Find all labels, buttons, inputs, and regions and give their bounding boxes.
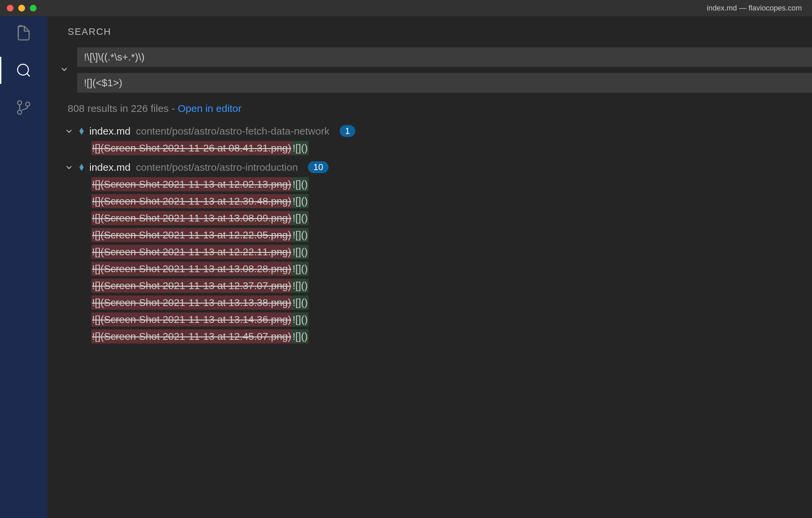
search-panel: SEARCH 808 results in 226 files - Open i…	[47, 16, 812, 518]
open-in-editor-link[interactable]: Open in editor	[178, 103, 241, 114]
file-header[interactable]: index.md content/post/astro/astro-introd…	[58, 159, 802, 176]
match-line[interactable]: ![](Screen Shot 2021-11-13 at 12.22.05.p…	[58, 227, 802, 243]
file-group: index.md content/post/astro/astro-introd…	[58, 159, 802, 345]
git-branch-icon	[16, 99, 32, 116]
match-removed: ![](Screen Shot 2021-11-13 at 13.14.36.p…	[91, 312, 292, 327]
svg-point-4	[26, 102, 30, 106]
results-tree[interactable]: index.md content/post/astro/astro-fetch-…	[47, 122, 812, 518]
window-title: index.md — flaviocopes.com	[707, 4, 802, 13]
results-summary: 808 results in 226 files - Open in edito…	[47, 103, 812, 122]
match-line[interactable]: ![](Screen Shot 2021-11-13 at 13.08.09.p…	[58, 210, 802, 227]
close-button[interactable]	[7, 5, 14, 11]
panel-title: SEARCH	[47, 26, 812, 47]
window-controls	[7, 5, 37, 11]
match-added: ![]()	[292, 312, 309, 327]
match-removed: ![](Screen Shot 2021-11-13 at 13.08.28.p…	[91, 262, 292, 276]
markdown-file-icon	[77, 163, 86, 172]
titlebar: index.md — flaviocopes.com	[0, 0, 812, 16]
match-line[interactable]: ![](Screen Shot 2021-11-13 at 12.45.07.p…	[58, 328, 802, 345]
svg-point-0	[18, 64, 28, 75]
match-added: ![]()	[292, 194, 309, 208]
match-line[interactable]: ![](Screen Shot 2021-11-26 at 08.41.31.p…	[58, 140, 802, 157]
match-added: ![]()	[292, 262, 309, 276]
match-count-badge: 1	[340, 125, 355, 137]
match-removed: ![](Screen Shot 2021-11-13 at 12.22.11.p…	[91, 245, 292, 259]
match-removed: ![](Screen Shot 2021-11-13 at 13.08.09.p…	[91, 211, 292, 225]
match-added: ![]()	[292, 329, 309, 344]
svg-point-2	[18, 101, 22, 105]
match-removed: ![](Screen Shot 2021-11-13 at 12.02.13.p…	[91, 177, 292, 191]
file-name: index.md	[89, 162, 131, 173]
match-line[interactable]: ![](Screen Shot 2021-11-13 at 13.08.28.p…	[58, 260, 802, 277]
match-added: ![]()	[292, 211, 309, 225]
svg-line-1	[27, 73, 30, 76]
search-tab[interactable]	[14, 60, 34, 80]
file-group: index.md content/post/astro/astro-fetch-…	[58, 122, 802, 157]
svg-point-3	[18, 110, 22, 114]
match-line[interactable]: ![](Screen Shot 2021-11-13 at 12.37.07.p…	[58, 277, 802, 294]
search-input[interactable]	[77, 47, 812, 67]
files-icon	[16, 25, 32, 41]
markdown-file-icon	[77, 127, 86, 136]
match-added: ![]()	[292, 279, 309, 293]
match-removed: ![](Screen Shot 2021-11-13 at 12.45.07.p…	[91, 329, 292, 344]
file-name: index.md	[89, 125, 131, 137]
explorer-tab[interactable]	[14, 23, 34, 43]
match-added: ![]()	[292, 141, 309, 155]
match-removed: ![](Screen Shot 2021-11-13 at 12.22.05.p…	[91, 228, 292, 242]
match-removed: ![](Screen Shot 2021-11-13 at 12.37.07.p…	[91, 279, 292, 293]
maximize-button[interactable]	[30, 5, 37, 11]
match-line[interactable]: ![](Screen Shot 2021-11-13 at 12.02.13.p…	[58, 176, 802, 193]
chevron-down-icon	[64, 126, 74, 136]
match-line[interactable]: ![](Screen Shot 2021-11-13 at 12.39.48.p…	[58, 193, 802, 210]
match-line[interactable]: ![](Screen Shot 2021-11-13 at 12.22.11.p…	[58, 243, 802, 260]
chevron-down-icon	[60, 65, 69, 74]
file-header[interactable]: index.md content/post/astro/astro-fetch-…	[58, 122, 802, 140]
match-removed: ![](Screen Shot 2021-11-26 at 08.41.31.p…	[91, 141, 292, 155]
chevron-down-icon	[64, 163, 74, 172]
toggle-replace-button[interactable]	[58, 47, 71, 91]
results-count-text: 808 results in 226 files -	[68, 103, 178, 114]
match-removed: ![](Screen Shot 2021-11-13 at 12.39.48.p…	[91, 194, 292, 208]
source-control-tab[interactable]	[14, 97, 34, 118]
activity-bar	[0, 16, 47, 518]
match-added: ![]()	[292, 177, 309, 191]
match-added: ![]()	[292, 296, 309, 310]
match-line[interactable]: ![](Screen Shot 2021-11-13 at 13.14.36.p…	[58, 311, 802, 328]
search-icon	[16, 62, 32, 78]
match-added: ![]()	[292, 245, 309, 259]
file-path: content/post/astro/astro-fetch-data-netw…	[136, 125, 330, 137]
file-path: content/post/astro/astro-introduction	[136, 162, 298, 173]
match-added: ![]()	[292, 228, 309, 242]
match-count-badge: 10	[308, 161, 329, 173]
minimize-button[interactable]	[18, 5, 25, 11]
match-removed: ![](Screen Shot 2021-11-13 at 13.13.38.p…	[91, 296, 292, 310]
replace-input[interactable]	[77, 73, 812, 93]
match-line[interactable]: ![](Screen Shot 2021-11-13 at 13.13.38.p…	[58, 294, 802, 311]
